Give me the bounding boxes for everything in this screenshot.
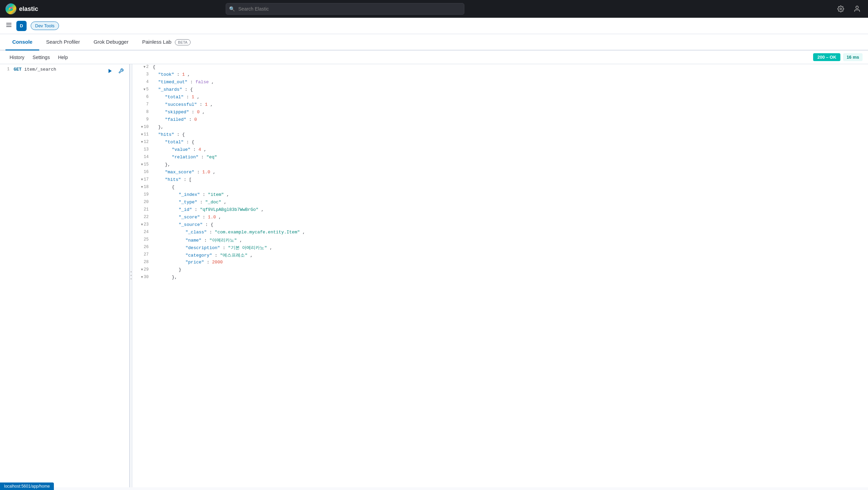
settings-button[interactable]: Settings xyxy=(29,51,54,64)
output-line-10: ▼ 10 }, xyxy=(132,124,868,132)
search-icon: 🔍 xyxy=(229,6,235,12)
output-line-21: 21 "_id" : "qf9VLpABgl83b7WwBrGo" , xyxy=(132,207,868,214)
wrench-settings-button[interactable] xyxy=(116,66,126,76)
editor-content[interactable]: 1 GET item/_search xyxy=(0,64,129,487)
output-line-17: ▼ 17 "hits" : [ xyxy=(132,177,868,184)
breadcrumb-bar: D Dev Tools xyxy=(0,18,868,34)
elastic-logo-icon xyxy=(5,3,16,14)
output-line-23: ▼ 23 "_source" : { xyxy=(132,222,868,229)
output-line-29: ▼ 29 } xyxy=(132,267,868,274)
status-url: localhost:5601/app/home xyxy=(4,484,50,487)
editor-pane[interactable]: 1 GET item/_search xyxy=(0,64,130,487)
main-content: 1 GET item/_search • • • xyxy=(0,64,868,487)
pane-divider[interactable]: • • • xyxy=(130,64,132,487)
svg-point-4 xyxy=(856,6,858,9)
console-toolbar: History Settings Help 200 – OK 16 ms xyxy=(0,51,868,64)
devtools-breadcrumb-button[interactable]: Dev Tools xyxy=(31,21,59,30)
output-line-30: ▼ 30 }, xyxy=(132,274,868,282)
global-search-input[interactable] xyxy=(226,3,464,15)
output-line-16: 16 "max_score" : 1.0 , xyxy=(132,169,868,177)
output-line-11: ▼ 11 "hits" : { xyxy=(132,132,868,139)
nav-right-icons xyxy=(835,3,863,14)
tab-grok-debugger[interactable]: Grok Debugger xyxy=(87,34,135,51)
elastic-brand-name: elastic xyxy=(19,5,38,13)
output-line-7: 7 "successful" : 1 , xyxy=(132,102,868,109)
beta-badge: BETA xyxy=(175,39,191,45)
tab-console[interactable]: Console xyxy=(5,34,39,51)
output-line-27: 27 "category" : "에스프레소" , xyxy=(132,252,868,259)
user-menu-button[interactable] xyxy=(852,3,863,14)
tabs-bar: Console Search Profiler Grok Debugger Pa… xyxy=(0,34,868,51)
status-bar: localhost:5601/app/home xyxy=(0,482,54,487)
output-line-19: 19 "_index" : "item" , xyxy=(132,192,868,199)
output-line-9: 9 "failed" : 0 xyxy=(132,117,868,124)
line-num-2: ▼ 2 xyxy=(132,64,151,69)
output-line-22: 22 "_score" : 1.0 , xyxy=(132,214,868,222)
status-badge-container: 200 – OK 16 ms xyxy=(813,53,863,61)
tab-painless-lab[interactable]: Painless Lab BETA xyxy=(135,34,197,51)
tab-search-profiler[interactable]: Search Profiler xyxy=(39,34,87,51)
output-line-4: 4 "timed_out" : false , xyxy=(132,79,868,87)
output-line-15: ▼ 15 }, xyxy=(132,162,868,169)
top-navigation: elastic 🔍 xyxy=(0,0,868,18)
output-line-8: 8 "skipped" : 0 , xyxy=(132,109,868,117)
help-button[interactable]: Help xyxy=(54,51,72,64)
output-line-26: 26 "description" : "기본 아메리카노" , xyxy=(132,244,868,252)
output-line-2: ▼ 2 { xyxy=(132,64,868,72)
editor-actions xyxy=(105,66,126,76)
svg-marker-8 xyxy=(108,69,111,73)
output-line-20: 20 "_type" : "_doc" , xyxy=(132,199,868,207)
output-line-12: ▼ 12 "total" : { xyxy=(132,139,868,147)
elastic-logo: elastic xyxy=(5,3,38,14)
http-method: GET xyxy=(14,67,21,72)
api-path: item/_search xyxy=(24,67,56,72)
global-search-bar[interactable]: 🔍 xyxy=(226,3,464,15)
status-time-badge: 16 ms xyxy=(843,53,863,61)
output-line-28: 28 "price" : 2000 xyxy=(132,259,868,267)
output-line-3: 3 "took" : 1 , xyxy=(132,72,868,79)
output-line-6: 6 "total" : 1 , xyxy=(132,94,868,102)
line-number-1: 1 xyxy=(0,67,14,72)
hamburger-menu-button[interactable] xyxy=(5,21,12,30)
output-pane: ▼ 2 { 3 "took" : 1 , 4 "timed_out" : fal… xyxy=(132,64,868,487)
settings-icon-button[interactable] xyxy=(835,3,846,14)
output-line-25: 25 "name" : "아메리카노" , xyxy=(132,237,868,244)
output-line-5: ▼ 5 "_shards" : { xyxy=(132,87,868,94)
output-line-14: 14 "relation" : "eq" xyxy=(132,154,868,162)
status-ok-badge: 200 – OK xyxy=(813,53,840,61)
svg-point-3 xyxy=(840,8,842,10)
output-line-24: 24 "_class" : "com.example.mycafe.entity… xyxy=(132,229,868,237)
history-button[interactable]: History xyxy=(5,51,29,64)
output-line-18: ▼ 18 { xyxy=(132,184,868,192)
output-line-13: 13 "value" : 4 , xyxy=(132,147,868,154)
run-query-button[interactable] xyxy=(105,66,115,76)
user-avatar: D xyxy=(16,21,27,31)
